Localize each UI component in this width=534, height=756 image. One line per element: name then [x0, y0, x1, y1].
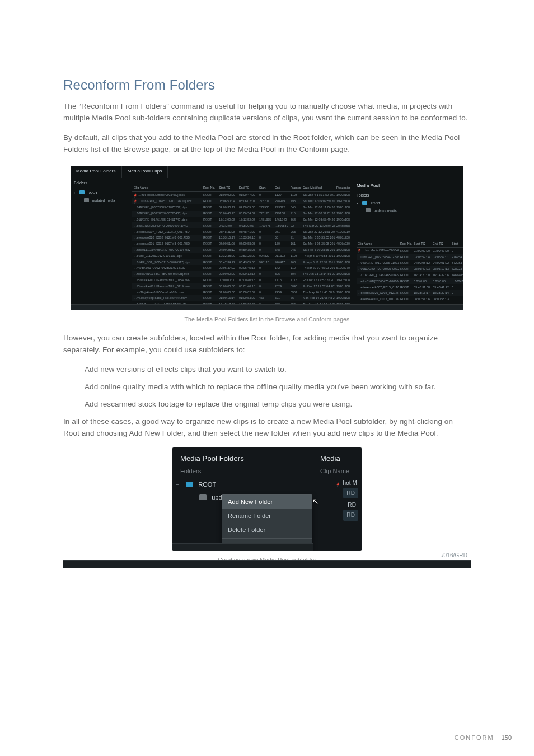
folder-label: ROOT	[198, 481, 216, 488]
chevron-down-icon[interactable]: −	[176, 480, 180, 489]
media-pool-title: Media Pool	[357, 183, 380, 189]
table-row[interactable]: 📌…hot Media/Offline/0036480].movROOT01:0…	[132, 192, 350, 198]
folder-updated-media[interactable]: updated media	[357, 208, 461, 213]
chevron-down-icon[interactable]: ▾	[357, 201, 361, 206]
table-row[interactable]: …erence/A020_C002_0121M8_001.R3DROOT16:3…	[132, 235, 350, 241]
divider	[63, 54, 471, 54]
column-header: End TC	[237, 185, 257, 192]
badge: RD	[343, 488, 358, 499]
context-menu: Add New Folder Rename Folder Delete Fold…	[222, 494, 312, 551]
body-text: The “Reconform From Folders” command is …	[63, 101, 471, 124]
table-row[interactable]: 📌…016/GRD_[01675101-01018410].dpxROOT03:…	[132, 198, 350, 204]
folder-icon	[79, 190, 85, 194]
menu-add-new-folder[interactable]: Add New Folder	[222, 495, 312, 509]
column-header: Reel No.	[202, 185, 217, 192]
chevron-right-icon[interactable]: ▸	[74, 190, 78, 195]
table-row[interactable]: …089/GRD_[00728020-00720430].dpxROOT08:0…	[132, 211, 350, 217]
footer-section: CONFORM	[455, 734, 494, 741]
folders-header: Folders	[74, 180, 128, 186]
body-text: In all of these cases, a good way to org…	[63, 416, 471, 440]
column-header: Resolution	[335, 185, 350, 192]
column-header: End TC	[432, 241, 451, 248]
body-text: However, you can create subfolders, loca…	[63, 333, 471, 356]
folder-icon	[366, 208, 371, 212]
table-row[interactable]: …efore_0112060162-0101193].dpxROOT10:32:…	[132, 253, 350, 259]
folder-root[interactable]: ▸ ROOT	[74, 190, 128, 195]
table-row[interactable]: …016/GRD_[01461485-01461740].dpxROOT16:1…	[132, 217, 350, 223]
table-row[interactable]: …erence/A001_C012_0107M8_001.R3DROOT08:0…	[132, 241, 350, 247]
table-row[interactable]: …/Nuasky.ungraded_ProRes4444.movROOT01:0…	[132, 295, 350, 301]
table-row[interactable]: …erence/A007_T012_0110KO_001.R3DROOT03:4…	[132, 228, 350, 235]
column-header: Clip Name	[357, 241, 399, 248]
column-header: Start TC	[413, 241, 432, 248]
folder-root[interactable]: − ROOT	[172, 478, 313, 491]
figure-caption: The Media Pool Folders list in the Brows…	[63, 315, 471, 324]
list-item: Add new versions of effects clips that y…	[85, 364, 471, 376]
table-row[interactable]: …erence/A001_C012_0107M8_001.R3DROOT08:0…	[357, 296, 463, 302]
panel-subheader: Folders	[172, 466, 313, 478]
column-header: Start TC	[217, 185, 237, 192]
table-row[interactable]: …014/E_G01_[00046115-00046517].dpxROOT00…	[132, 259, 350, 265]
body-text: By default, all clips that you add to th…	[63, 132, 471, 156]
clips-table: Clip NameReel No.Start TCEnd TCStartEndF…	[132, 185, 350, 310]
menu-delete-folder[interactable]: Delete Folder	[222, 523, 312, 537]
table-row[interactable]: …049/GRD_[03073083-01073202].dpxROOT04:0…	[132, 204, 350, 211]
panel-title: Media Pool Folders	[172, 447, 313, 466]
folders-header: Folders	[357, 193, 461, 198]
table-row[interactable]: …/Blassika-0111Gamma/MUL_0154.movROOT00:…	[132, 277, 350, 283]
column-header: End	[273, 185, 289, 192]
table-row[interactable]: …erksCNG/[26360470-20000499].DNGROOT0:03…	[357, 278, 463, 284]
list-item: Add online quality media with which to r…	[85, 381, 471, 393]
figure-context-menu: Media Pool Folders Folders − ROOT upd Ad…	[172, 447, 362, 564]
figure-media-pool-folders: Media Pool Folders Media Pool Clips Fold…	[63, 166, 471, 324]
column-header: Clip Name	[132, 185, 202, 192]
cursor-icon: ↖	[312, 496, 319, 508]
folder-label: updated media	[92, 199, 115, 202]
table-row[interactable]: …fore0111Gamma/GRD_05072010].movROOT04:0…	[132, 247, 350, 253]
pin-icon: 📌	[336, 482, 341, 487]
folder-icon	[186, 482, 193, 487]
clip-name-fragment: RD	[348, 502, 362, 508]
page-footer: CONFORM 150	[455, 733, 512, 743]
column-header: Reel No.	[399, 241, 413, 248]
section-heading: Reconform From Folders	[63, 74, 471, 95]
folder-label: upd	[212, 494, 222, 501]
folder-root[interactable]: ▾ ROOT	[357, 200, 461, 206]
folder-label: ROOT	[88, 191, 98, 194]
menu-rename-folder[interactable]: Rename Folder	[222, 509, 312, 523]
table-row[interactable]: …as/Brijskine-0105Beta/ca605a.movROOT01:…	[132, 289, 350, 295]
folder-label: updated media	[374, 209, 397, 212]
panel-title: Media	[313, 447, 362, 466]
table-row[interactable]: …erference/A007_R015_0110KO_001.R3DROOT0…	[357, 284, 463, 290]
table-row[interactable]: …/Blassika-0111Gamma/MUL_0119.movROOT00:…	[132, 283, 350, 289]
folder-icon	[362, 201, 367, 205]
clip-name-fragment: hot M	[343, 480, 357, 486]
table-row[interactable]: …016/GRD_[02276754-02276018].dpxROOT03:0…	[357, 254, 463, 260]
table-row[interactable]: …rence/M1G348GP4BC-60-fss40B].mxfROOT00:…	[132, 271, 350, 277]
column-header: Frames	[289, 185, 301, 192]
table-row[interactable]: …erence/A020_C002_0121M8_004.R3DROOT18:3…	[357, 290, 463, 296]
table-row[interactable]: 📌…hot Media/Offline/0036480].movROOT01:0…	[357, 248, 463, 254]
table-row[interactable]: …049/GRD_[01072983-01073005].dpxROOT04:0…	[357, 260, 463, 266]
column-header: Start	[257, 185, 273, 192]
table-row[interactable]: …0061/GRD_[00728023-00728430].dpxROOT08:…	[357, 266, 463, 272]
column-header: Start	[451, 241, 463, 248]
table-row[interactable]: …/A030.301_C002_04230N.001.R3DROOT00:06:…	[132, 265, 350, 271]
status-strip	[172, 543, 313, 551]
folder-updated-media[interactable]: updated media	[74, 198, 128, 203]
tab-media-pool-clips[interactable]: Media Pool Clips	[122, 166, 168, 178]
column-header: Date Modified	[301, 185, 335, 192]
table-row[interactable]: …erksCNG/[26340470-20000499].DNGROOT0:03…	[132, 222, 350, 228]
page-number: 150	[502, 734, 512, 741]
tab-media-pool-folders[interactable]: Media Pool Folders	[71, 166, 122, 178]
clips-table-right: Clip NameReel No.Start TCEnd TCStart 📌…h…	[357, 241, 463, 302]
folder-icon	[199, 494, 207, 500]
list-item: Add rescanned stock footage to replace t…	[85, 399, 471, 410]
table-row[interactable]: …/016/GRD_[01461485-01461740].dpxROOT16:…	[357, 272, 463, 278]
folder-label: ROOT	[371, 202, 381, 205]
panel-subheader: Clip Name	[313, 466, 362, 478]
menu-separator	[222, 538, 312, 539]
folder-icon	[84, 198, 89, 202]
status-strip	[71, 304, 463, 310]
badge: RD	[343, 510, 358, 521]
